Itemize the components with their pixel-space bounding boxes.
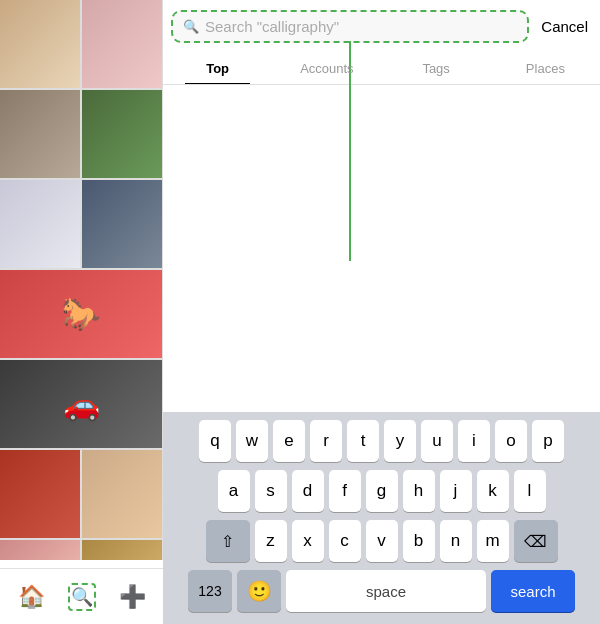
keyboard-bottom-row: 123 🙂 space search: [167, 570, 596, 612]
photo-5: [0, 180, 80, 268]
tab-tags[interactable]: Tags: [382, 51, 491, 84]
key-r[interactable]: r: [310, 420, 342, 462]
keyboard: q w e r t y u i o p a s d f g h j k: [163, 412, 600, 624]
key-e[interactable]: e: [273, 420, 305, 462]
num-key[interactable]: 123: [188, 570, 232, 612]
key-k[interactable]: k: [477, 470, 509, 512]
photo-9: [0, 450, 80, 538]
key-n[interactable]: n: [440, 520, 472, 562]
key-l[interactable]: l: [514, 470, 546, 512]
key-p[interactable]: p: [532, 420, 564, 462]
tabs-row: Top Accounts Tags Places: [163, 51, 600, 85]
delete-key[interactable]: ⌫: [514, 520, 558, 562]
photo-3: [0, 90, 80, 178]
emoji-key[interactable]: 🙂: [237, 570, 281, 612]
key-q[interactable]: q: [199, 420, 231, 462]
tab-top[interactable]: Top: [163, 51, 272, 84]
space-key[interactable]: space: [286, 570, 486, 612]
home-nav-icon[interactable]: 🏠: [18, 584, 45, 610]
photo-7: [0, 270, 162, 358]
key-i[interactable]: i: [458, 420, 490, 462]
photo-10: [82, 450, 162, 538]
key-z[interactable]: z: [255, 520, 287, 562]
photo-11: [0, 540, 80, 560]
search-bar-row: 🔍 Search "calligraphy" Cancel: [163, 0, 600, 51]
key-s[interactable]: s: [255, 470, 287, 512]
key-b[interactable]: b: [403, 520, 435, 562]
photo-8: [0, 360, 162, 448]
search-input-wrapper[interactable]: 🔍 Search "calligraphy": [171, 10, 529, 43]
key-u[interactable]: u: [421, 420, 453, 462]
key-y[interactable]: y: [384, 420, 416, 462]
photo-grid: [0, 0, 163, 560]
photo-12: [82, 540, 162, 560]
key-f[interactable]: f: [329, 470, 361, 512]
key-a[interactable]: a: [218, 470, 250, 512]
keyboard-row-3: ⇧ z x c v b n m ⌫: [167, 520, 596, 562]
cancel-button[interactable]: Cancel: [537, 18, 592, 35]
search-nav-button[interactable]: 🔍: [68, 583, 96, 611]
tab-places[interactable]: Places: [491, 51, 600, 84]
shift-key[interactable]: ⇧: [206, 520, 250, 562]
key-w[interactable]: w: [236, 420, 268, 462]
key-h[interactable]: h: [403, 470, 435, 512]
search-nav-icon: 🔍: [71, 586, 93, 608]
key-x[interactable]: x: [292, 520, 324, 562]
search-input[interactable]: Search "calligraphy": [205, 18, 517, 35]
key-t[interactable]: t: [347, 420, 379, 462]
phone-shell: 🏠 🔍 ➕ 🔍 Search "calligraphy" Cancel Top …: [0, 0, 600, 624]
tab-accounts[interactable]: Accounts: [272, 51, 381, 84]
photo-2: [82, 0, 162, 88]
search-panel: 🔍 Search "calligraphy" Cancel Top Accoun…: [163, 0, 600, 624]
key-m[interactable]: m: [477, 520, 509, 562]
bottom-nav: 🏠 🔍 ➕: [0, 568, 163, 624]
photo-4: [82, 90, 162, 178]
key-v[interactable]: v: [366, 520, 398, 562]
keyboard-row-1: q w e r t y u i o p: [167, 420, 596, 462]
add-nav-icon[interactable]: ➕: [119, 584, 146, 610]
search-key[interactable]: search: [491, 570, 575, 612]
photo-1: [0, 0, 80, 88]
photo-6: [82, 180, 162, 268]
keyboard-row-2: a s d f g h j k l: [167, 470, 596, 512]
key-d[interactable]: d: [292, 470, 324, 512]
key-c[interactable]: c: [329, 520, 361, 562]
key-g[interactable]: g: [366, 470, 398, 512]
key-o[interactable]: o: [495, 420, 527, 462]
key-j[interactable]: j: [440, 470, 472, 512]
search-icon: 🔍: [183, 19, 199, 34]
